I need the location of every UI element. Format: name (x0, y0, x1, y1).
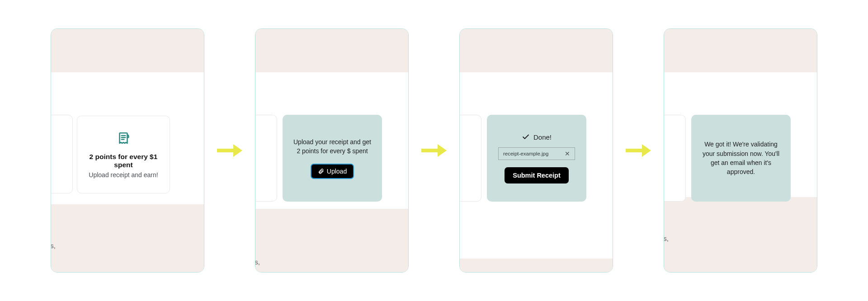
footer-band (664, 197, 817, 272)
paperclip-icon (318, 168, 324, 174)
footer-band (460, 259, 613, 272)
header-band (51, 29, 204, 72)
svg-rect-4 (626, 149, 644, 152)
header-band (664, 29, 817, 72)
confirmation-panel: We got it! We're validating your submiss… (691, 115, 791, 202)
header-band (255, 29, 408, 72)
svg-marker-1 (233, 144, 242, 157)
submit-receipt-button[interactable]: Submit Receipt (505, 167, 569, 183)
flow-step-2: ts, Upload your receipt and get 2 points… (255, 28, 409, 273)
upload-instruction-text: Upload your receipt and get 2 points for… (292, 137, 373, 156)
svg-rect-2 (421, 149, 439, 152)
flow-arrow-icon (217, 144, 242, 157)
previous-card-sliver (255, 115, 277, 202)
upload-panel: Upload your receipt and get 2 points for… (283, 115, 382, 202)
previous-card-sliver (459, 115, 481, 202)
upload-button[interactable]: Upload (311, 164, 354, 179)
uploaded-file-name: receipt-example.jpg (503, 151, 548, 156)
receipt-promo-card[interactable]: 2 points for every $1 spent Upload recei… (77, 116, 170, 193)
promo-subtitle: Upload receipt and earn! (89, 171, 158, 179)
submit-button-label: Submit Receipt (513, 172, 561, 179)
remove-file-icon[interactable]: ✕ (565, 150, 570, 157)
receipt-icon (116, 131, 131, 146)
footer-band (51, 204, 204, 272)
flow-step-1: ts, 2 points for every $1 spent Upload r… (51, 28, 204, 273)
header-band (460, 29, 613, 72)
checkmark-icon (522, 133, 530, 141)
promo-title: 2 points for every $1 spent (84, 153, 163, 169)
cropped-background-text: ts, (255, 258, 260, 266)
svg-rect-0 (217, 149, 235, 152)
uploaded-file-chip: receipt-example.jpg ✕ (498, 147, 575, 160)
submit-panel: Done! receipt-example.jpg ✕ Submit Recei… (487, 115, 586, 202)
done-label: Done! (533, 133, 552, 141)
flow-arrow-icon (421, 144, 447, 157)
upload-button-label: Upload (327, 168, 347, 175)
flow-step-4: ts, We got it! We're validating your sub… (664, 28, 817, 273)
flow-arrow-icon (626, 144, 651, 157)
svg-marker-3 (438, 144, 447, 157)
footer-band (255, 209, 408, 272)
confirmation-text: We got it! We're validating your submiss… (700, 140, 782, 176)
cropped-background-text: ts, (664, 235, 669, 242)
svg-marker-5 (642, 144, 651, 157)
previous-card-sliver (664, 115, 686, 202)
upload-done-row: Done! (522, 133, 552, 141)
flow-step-3: ts, Done! receipt-example.jpg ✕ Submit R… (459, 28, 613, 273)
cropped-background-text: ts, (51, 242, 56, 249)
previous-card-sliver (51, 115, 73, 193)
